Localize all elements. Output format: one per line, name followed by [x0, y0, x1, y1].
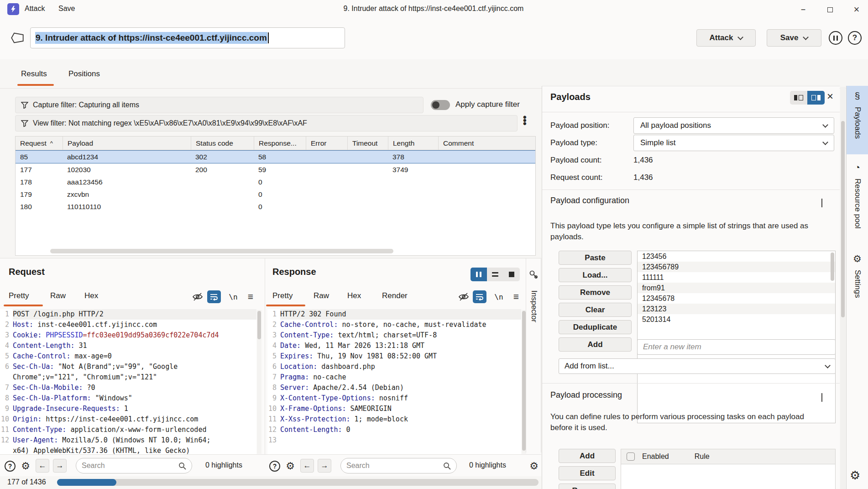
payload-list-scrollbar[interactable] [831, 252, 835, 320]
payload-list[interactable]: 123456123456789111111from911234567812312… [637, 251, 836, 423]
column-header-error[interactable]: Error [306, 137, 347, 150]
show-newlines-button[interactable]: \n [226, 290, 240, 303]
paste-payload-button[interactable]: Paste [559, 251, 632, 265]
next-match-button[interactable]: → [318, 459, 331, 473]
word-wrap-button[interactable] [207, 290, 221, 303]
payload-list-item[interactable]: from91 [638, 283, 835, 293]
hide-non-printable-button[interactable] [191, 290, 204, 303]
save-button[interactable]: Save [767, 29, 821, 47]
layout-columns-button[interactable] [471, 268, 487, 281]
collapse-section-button[interactable] [821, 199, 822, 207]
inspector-strip[interactable]: Inspector [526, 258, 541, 452]
deduplicate-payload-button[interactable]: Deduplicate [559, 320, 632, 334]
response-tab-render[interactable]: Render [382, 291, 408, 300]
scrollbar-thumb[interactable] [50, 249, 393, 253]
payload-position-select[interactable]: All payload positions [633, 117, 834, 134]
editor-settings-button[interactable]: ⚙ [528, 460, 540, 473]
minimize-button[interactable]: − [795, 4, 812, 16]
add-rule-button[interactable]: Add [559, 449, 616, 463]
show-newlines-button[interactable]: \n [492, 290, 506, 303]
request-search-input[interactable]: Search [76, 458, 192, 473]
payload-list-item[interactable]: 12345678 [638, 293, 835, 304]
select-all-checkbox[interactable] [627, 452, 635, 461]
capture-filter-bar[interactable]: Capture filter: Capturing all items [15, 97, 424, 113]
column-header-response[interactable]: Response... [254, 137, 306, 150]
apply-capture-filter-toggle[interactable] [431, 100, 450, 110]
response-menu-button[interactable]: ≡ [509, 290, 523, 303]
table-row[interactable]: 179zxcvbn0 [16, 188, 535, 200]
panel-close-button[interactable]: × [827, 90, 833, 103]
response-code[interactable]: 1HTTP/2 302 Found2Cache-Control: no-stor… [267, 309, 521, 455]
view-filter-bar[interactable]: View filter: Not matching regex \xE5\xAF… [15, 115, 518, 131]
request-scrollbar[interactable] [257, 310, 261, 454]
search-help-button[interactable]: ? [4, 460, 16, 473]
menu-save[interactable]: Save [58, 5, 75, 13]
clear-payload-button[interactable]: Clear [559, 303, 632, 317]
remove-payload-button[interactable]: Remove [559, 285, 632, 300]
menu-attack[interactable]: Attack [25, 5, 45, 13]
column-header-request[interactable]: Request^ [16, 137, 63, 150]
panel-dock-left-button[interactable] [790, 91, 807, 105]
scrollbar-thumb[interactable] [522, 311, 526, 451]
close-button[interactable]: × [848, 4, 865, 16]
layout-rows-button[interactable] [487, 268, 503, 281]
scrollbar-thumb[interactable] [257, 311, 261, 339]
tab-positions[interactable]: Positions [68, 69, 100, 79]
edit-rule-button[interactable]: Edit [559, 466, 616, 480]
payload-list-item[interactable]: 123123 [638, 304, 835, 314]
table-row[interactable]: 1801101101100 [16, 200, 535, 213]
request-menu-button[interactable]: ≡ [244, 290, 257, 303]
maximize-button[interactable] [821, 4, 839, 16]
panel-settings-button[interactable]: ⚙ [850, 469, 860, 481]
column-header-comment[interactable]: Comment [438, 137, 535, 150]
results-horizontal-scrollbar[interactable] [17, 249, 533, 253]
payload-list-item[interactable]: 5201314 [638, 314, 835, 325]
view-filter-menu-button[interactable]: ••• [523, 115, 527, 125]
payload-list-item[interactable]: 111111 [638, 272, 835, 283]
search-settings-button[interactable]: ⚙ [284, 460, 297, 473]
previous-match-button[interactable]: ← [300, 459, 314, 473]
request-code[interactable]: 1POST /login.php HTTP/22Host: inst-ce4ee… [0, 309, 256, 455]
layout-single-button[interactable] [503, 268, 520, 281]
sidebar-tab-payloads[interactable]: §Payloads [847, 86, 868, 154]
search-settings-button[interactable]: ⚙ [19, 460, 32, 473]
scrollbar-thumb[interactable] [831, 252, 834, 281]
table-row[interactable]: 177102030200593749 [16, 163, 535, 176]
new-payload-input[interactable]: Enter a new item [637, 339, 836, 355]
payload-list-item[interactable]: 123456 [638, 251, 835, 262]
pause-attack-button[interactable] [829, 31, 842, 45]
help-button[interactable]: ? [848, 31, 862, 45]
word-wrap-button[interactable] [473, 290, 486, 303]
add-payload-button[interactable]: Add [559, 337, 632, 352]
load-payload-button[interactable]: Load... [559, 268, 632, 282]
payload-list-item[interactable]: 123456789 [638, 262, 835, 272]
tab-results[interactable]: Results [21, 69, 47, 79]
previous-match-button[interactable]: ← [36, 459, 49, 473]
column-header-payload[interactable]: Payload [63, 137, 191, 150]
payload-type-select[interactable]: Simple list [633, 135, 834, 151]
column-header-status-code[interactable]: Status code [191, 137, 254, 150]
request-tab-hex[interactable]: Hex [84, 291, 98, 300]
response-tab-raw[interactable]: Raw [314, 291, 329, 300]
table-row[interactable]: 178aaa1234560 [16, 176, 535, 188]
request-tab-raw[interactable]: Raw [50, 291, 66, 300]
request-tab-pretty[interactable]: Pretty [9, 291, 29, 300]
attack-title-input[interactable]: 9. Intruder attack of https://inst-ce4ee… [30, 27, 345, 48]
payloads-panel-scrollbar[interactable] [840, 87, 846, 489]
response-tab-hex[interactable]: Hex [347, 291, 361, 300]
scrollbar-thumb[interactable] [841, 121, 845, 317]
column-header-length[interactable]: Length [388, 137, 438, 150]
response-search-input[interactable]: Search [340, 458, 457, 473]
hide-non-printable-button[interactable] [457, 290, 471, 303]
sidebar-tab-resource-pool[interactable]: ◔Resource pool [847, 158, 868, 247]
remove-rule-button[interactable]: Remove [559, 484, 616, 489]
attack-button[interactable]: Attack [696, 29, 756, 47]
add-from-list-select[interactable]: Add from list... [559, 358, 836, 374]
column-header-timeout[interactable]: Timeout [347, 137, 388, 150]
response-tab-pretty[interactable]: Pretty [272, 291, 293, 300]
collapse-section-button[interactable] [821, 393, 822, 401]
search-help-button[interactable]: ? [268, 460, 281, 473]
next-match-button[interactable]: → [53, 459, 67, 473]
panel-dock-right-button[interactable] [807, 91, 825, 105]
sidebar-tab-settings[interactable]: ⚙Settings [847, 249, 868, 317]
